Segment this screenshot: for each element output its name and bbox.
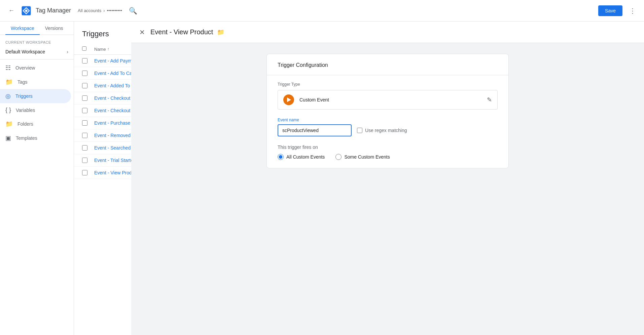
radio-some-custom-events[interactable]: Some Custom Events xyxy=(335,154,390,160)
sidebar-item-variables[interactable]: { } Variables xyxy=(0,103,71,117)
sidebar-item-label-tags: Tags xyxy=(17,79,28,85)
sidebar-item-label-variables: Variables xyxy=(16,108,35,113)
trigger-checkbox-6[interactable] xyxy=(82,133,87,138)
tab-workspace[interactable]: Workspace xyxy=(5,22,40,35)
workspace-name: Default Workspace xyxy=(5,49,45,54)
templates-icon: ▣ xyxy=(5,134,11,142)
triggers-icon: ◎ xyxy=(5,92,11,100)
custom-event-icon xyxy=(283,94,294,105)
config-panel: Trigger Configuration Trigger Type Custo… xyxy=(131,43,644,335)
tab-versions[interactable]: Versions xyxy=(40,22,69,35)
trigger-type-label: Trigger Type xyxy=(278,82,498,87)
trigger-checkbox-4[interactable] xyxy=(82,108,87,113)
sidebar-item-label-overview: Overview xyxy=(15,65,35,71)
sidebar-item-label-triggers: Triggers xyxy=(15,93,33,99)
tag-manager-logo xyxy=(20,5,32,17)
folders-icon: 📁 xyxy=(5,120,13,128)
regex-checkbox[interactable] xyxy=(357,128,362,133)
regex-checkbox-row: Use regex matching xyxy=(357,128,407,133)
trigger-type-row: Custom Event ✎ xyxy=(278,90,498,110)
svg-marker-4 xyxy=(287,97,291,102)
trigger-checkbox-1[interactable] xyxy=(82,71,87,76)
sidebar-item-folders[interactable]: 📁 Folders xyxy=(0,117,71,131)
select-all-checkbox[interactable] xyxy=(82,46,86,51)
current-workspace-label: CURRENT WORKSPACE xyxy=(0,35,74,46)
radio-some-label: Some Custom Events xyxy=(344,154,390,160)
config-card: Trigger Configuration Trigger Type Custo… xyxy=(266,54,509,168)
regex-label: Use regex matching xyxy=(365,128,407,133)
trigger-link-7[interactable]: Event - Searched xyxy=(94,145,131,151)
svg-point-3 xyxy=(25,9,27,12)
search-icon[interactable]: 🔍 xyxy=(129,7,137,15)
panel-title: Event - View Product xyxy=(150,28,213,36)
event-name-label: Event name xyxy=(278,118,498,122)
close-button[interactable]: ✕ xyxy=(139,28,145,36)
trigger-checkbox-8[interactable] xyxy=(82,158,87,163)
overview-icon: ☷ xyxy=(5,64,11,72)
edit-icon[interactable]: ✎ xyxy=(487,96,492,103)
account-label: All accounts xyxy=(78,8,101,13)
trigger-checkbox-7[interactable] xyxy=(82,145,87,151)
header-right: Save ⋮ xyxy=(598,4,639,17)
name-column-header: Name xyxy=(94,47,106,52)
account-chevron: › xyxy=(103,8,105,13)
trigger-checkbox-0[interactable] xyxy=(82,58,87,64)
trigger-checkbox-2[interactable] xyxy=(82,83,87,88)
sidebar-item-tags[interactable]: 📁 Tags xyxy=(0,75,71,89)
radio-all-label: All Custom Events xyxy=(286,154,325,160)
sidebar-item-triggers[interactable]: ◎ Triggers xyxy=(0,89,71,103)
more-options-icon[interactable]: ⋮ xyxy=(627,4,639,17)
workspace-chevron: › xyxy=(67,49,68,54)
tags-icon: 📁 xyxy=(5,78,13,86)
account-area[interactable]: All accounts › •••••••••• xyxy=(78,8,122,13)
variables-icon: { } xyxy=(5,107,11,114)
trigger-link-1[interactable]: Event - Add To Cart xyxy=(94,71,135,76)
event-name-input[interactable] xyxy=(278,124,352,136)
radio-all-input[interactable] xyxy=(278,154,284,160)
fires-on-label: This trigger fires on xyxy=(278,144,498,150)
tab-admin[interactable]: Admin xyxy=(68,22,74,35)
account-name: •••••••••• xyxy=(107,8,122,13)
logo-area: Tag Manager xyxy=(20,5,71,17)
sidebar-item-overview[interactable]: ☷ Overview xyxy=(0,61,71,75)
trigger-checkbox-3[interactable] xyxy=(82,95,87,101)
sort-icon: ↑ xyxy=(107,47,109,51)
top-header: ← Tag Manager All accounts › •••••••••• … xyxy=(0,0,644,22)
sidebar: Workspace Versions Admin CURRENT WORKSPA… xyxy=(0,22,74,335)
sidebar-item-label-templates: Templates xyxy=(16,135,37,141)
logo-text: Tag Manager xyxy=(36,7,71,14)
radio-all-custom-events[interactable]: All Custom Events xyxy=(278,154,325,160)
app-body: Workspace Versions Admin CURRENT WORKSPA… xyxy=(0,22,644,335)
event-name-row: Use regex matching xyxy=(278,124,498,136)
config-divider xyxy=(267,75,508,75)
fires-on-radio-group: All Custom Events Some Custom Events xyxy=(278,154,498,160)
radio-some-input[interactable] xyxy=(335,154,342,160)
sidebar-item-templates[interactable]: ▣ Templates xyxy=(0,131,71,145)
trigger-link-8[interactable]: Event - Trial Started xyxy=(94,158,136,163)
sidebar-item-label-folders: Folders xyxy=(17,121,33,127)
save-button[interactable]: Save xyxy=(598,5,622,16)
play-icon xyxy=(286,97,292,103)
panel-header: ✕ Event - View Product 📁 xyxy=(131,22,644,43)
back-button[interactable]: ← xyxy=(5,5,17,17)
nav-tabs: Workspace Versions Admin xyxy=(0,22,74,35)
folder-icon[interactable]: 📁 xyxy=(217,29,224,36)
workspace-selector[interactable]: Default Workspace › xyxy=(0,46,74,58)
sidebar-divider xyxy=(0,59,74,59)
config-section-title: Trigger Configuration xyxy=(278,62,498,68)
trigger-checkbox-9[interactable] xyxy=(82,170,87,175)
trigger-type-name: Custom Event xyxy=(299,97,487,102)
trigger-checkbox-5[interactable] xyxy=(82,120,87,126)
